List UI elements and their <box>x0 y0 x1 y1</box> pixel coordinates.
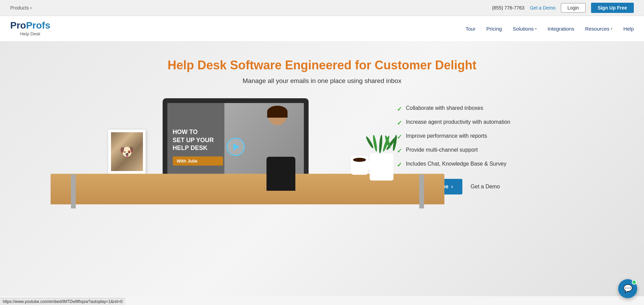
video-how-to-text: HOW TOSET UP YOURHELP DESK <box>173 128 223 152</box>
leaf <box>379 135 383 153</box>
check-icon-3: ✓ <box>397 133 402 141</box>
top-bar: Products ▾ (855) 776-7763 Get a Demo Log… <box>0 0 644 16</box>
logo-pro: Pro <box>10 20 26 31</box>
mug-coffee <box>353 158 366 162</box>
main-nav: ProProfs Help Desk Tour Pricing Solution… <box>0 16 644 41</box>
mug-body <box>351 156 368 175</box>
feature-text-4: Provide multi-channel support <box>406 147 478 153</box>
mug-handle <box>368 161 373 169</box>
nav-pricing-label: Pricing <box>486 26 502 32</box>
video-with-julie: With Julie <box>173 156 223 166</box>
nav-pricing[interactable]: Pricing <box>486 26 502 32</box>
logo-profs: Profs <box>26 20 51 31</box>
nav-integrations-label: Integrations <box>548 26 574 32</box>
feature-item-1: ✓ Collaborate with shared inboxes <box>397 105 526 113</box>
hero-title: Help Desk Software Engineered for Custom… <box>167 58 476 72</box>
feature-item-2: ✓ Increase agent productivity with autom… <box>397 119 526 127</box>
play-icon <box>233 143 239 151</box>
desk-leg-left <box>71 174 76 208</box>
play-button[interactable] <box>226 138 245 156</box>
plant-decoration <box>370 135 397 181</box>
resources-dropdown-arrow: ▾ <box>611 27 612 31</box>
logo[interactable]: ProProfs Help Desk <box>10 21 50 36</box>
products-label: Products <box>10 5 29 11</box>
person-body <box>266 157 295 191</box>
dog-photo-frame: 🐶 <box>108 130 146 174</box>
nav-help[interactable]: Help <box>623 26 634 32</box>
feature-text-3: Improve performance with reports <box>406 133 487 139</box>
desk-scene: 🐶 HOW TOSET UP YOURHELP DESK With Julie <box>118 98 376 201</box>
signup-button[interactable]: Sign Up Free <box>591 3 634 13</box>
products-dropdown-arrow: ▾ <box>30 6 32 10</box>
nav-help-label: Help <box>623 26 634 32</box>
desk-leg-right <box>419 174 424 208</box>
top-bar-right: (855) 776-7763 Get a Demo Login Sign Up … <box>492 3 634 13</box>
nav-tour-label: Tour <box>465 26 475 32</box>
feature-text-2: Increase agent productivity with automat… <box>406 119 511 125</box>
get-demo-button[interactable]: Get a Demo <box>471 184 500 190</box>
products-button[interactable]: Products ▾ <box>10 5 32 11</box>
hero-subtitle: Manage all your emails in one place usin… <box>243 77 402 85</box>
leaf <box>372 135 378 152</box>
nav-resources[interactable]: Resources ▾ <box>585 26 612 32</box>
hero-content: 🐶 HOW TOSET UP YOURHELP DESK With Julie <box>118 98 526 201</box>
feature-item-4: ✓ Provide multi-channel support <box>397 147 526 155</box>
feature-item-5: ✓ Includes Chat, Knowledge Base & Survey <box>397 161 526 169</box>
phone-number: (855) 776-7763 <box>492 5 525 11</box>
nav-solutions-label: Solutions <box>513 26 534 32</box>
nav-tour[interactable]: Tour <box>465 26 475 32</box>
person-hair <box>267 106 288 118</box>
feature-item-3: ✓ Improve performance with reports <box>397 133 526 141</box>
nav-resources-label: Resources <box>585 26 609 32</box>
logo-subtitle: Help Desk <box>10 31 50 36</box>
hero-section: Help Desk Software Engineered for Custom… <box>0 41 644 296</box>
dog-photo: 🐶 <box>111 132 143 171</box>
feature-text-5: Includes Chat, Knowledge Base & Survey <box>406 161 507 167</box>
check-icon-5: ✓ <box>397 161 402 169</box>
plant-pot <box>370 153 393 181</box>
top-get-demo-link[interactable]: Get a Demo <box>530 5 555 11</box>
feature-text-1: Collaborate with shared inboxes <box>406 105 483 111</box>
nav-links: Tour Pricing Solutions ▾ Integrations Re… <box>465 26 634 32</box>
cta-arrow-icon: › <box>451 184 453 190</box>
logo-text: ProProfs <box>10 21 50 30</box>
check-icon-4: ✓ <box>397 147 402 155</box>
chat-online-dot <box>632 280 637 285</box>
check-icon-1: ✓ <box>397 105 402 113</box>
coffee-mug <box>351 156 370 176</box>
chat-widget[interactable]: 💬 <box>618 279 637 296</box>
solutions-dropdown-arrow: ▾ <box>535 27 537 31</box>
login-button[interactable]: Login <box>561 3 585 13</box>
nav-integrations[interactable]: Integrations <box>548 26 574 32</box>
nav-solutions[interactable]: Solutions ▾ <box>513 26 537 32</box>
chat-bubble-icon: 💬 <box>623 284 632 293</box>
check-icon-2: ✓ <box>397 119 402 127</box>
top-bar-left: Products ▾ <box>10 5 32 11</box>
